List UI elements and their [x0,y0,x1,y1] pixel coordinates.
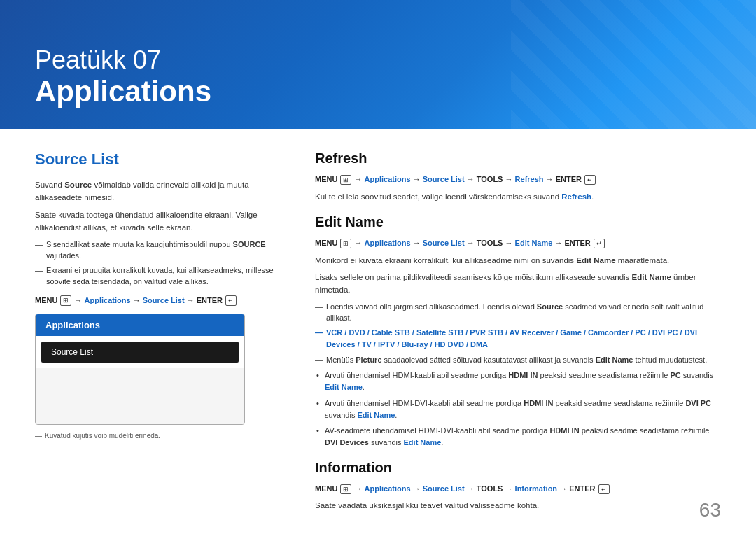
edit-note-devices: VCR / DVD / Cable STB / Satellite STB / … [315,327,721,351]
edit-name-section: Edit Name MENU ⊞ → Applications → Source… [315,214,721,449]
app-ui-mockup: Applications Source List [35,314,245,425]
source-list-title: Source List [35,150,287,169]
refresh-section: Refresh MENU ⊞ → Applications → Source L… [315,150,721,203]
information-section: Information MENU ⊞ → Applications → Sour… [315,460,721,512]
left-column: Source List Suvand Source võimaldab vali… [35,150,287,520]
edit-name-body2: Lisaks sellele on parima pildikvaliteedi… [315,271,721,297]
bullet-2: Arvuti ühendamisel HDMI-DVI-kaabli abil … [315,398,721,421]
mockup-spacer [36,368,244,424]
information-body: Saate vaadata üksikasjalikku teavet vali… [315,499,721,512]
information-title: Information [315,460,721,476]
app-name-label: Applications [35,75,211,108]
edit-note-1: Loendis võivad olla järgmised allikasead… [315,301,721,324]
note-1: Sisendallikat saate muuta ka kaugjuhtimi… [35,239,287,262]
edit-name-body1: Mõnikord ei kuvata ekraani korralikult, … [315,254,721,267]
refresh-body: Kui te ei leia soovitud seadet, valige l… [315,190,721,203]
edit-note-2: Menüüs Picture saadaolevad sätted sõltuv… [315,354,721,366]
bullet-3: AV-seadmete ühendamisel HDMI-DVI-kaabli … [315,425,721,449]
intro-text-2: Saate kuvada tootega ühendatud allikaloe… [35,209,287,234]
caption-text: Kuvatud kujutis võib mudeliti erineda. [35,432,287,440]
mockup-header: Applications [36,314,244,336]
refresh-title: Refresh [315,150,721,167]
page-header: Peatükk 07 Applications [0,0,756,129]
menu-path-left: MENU ⊞ → Applications → Source List → EN… [35,295,287,307]
edit-name-title: Edit Name [315,214,721,230]
information-menu-path: MENU ⊞ → Applications → Source List → TO… [315,483,721,496]
chapter-label: Peatükk 07 [35,45,211,74]
right-column: Refresh MENU ⊞ → Applications → Source L… [315,150,721,520]
refresh-menu-path: MENU ⊞ → Applications → Source List → TO… [315,174,721,186]
header-title-block: Peatükk 07 Applications [35,45,211,108]
source-list-section: Source List Suvand Source võimaldab vali… [35,150,287,440]
page-number: 63 [699,499,721,521]
intro-text-1: Suvand Source võimaldab valida erinevaid… [35,178,287,204]
note-2: Ekraani ei pruugita korralikult kuvada, … [35,265,287,288]
bullet-1: Arvuti ühendamisel HDMI-kaabli abil sead… [315,370,721,393]
mockup-source-list-item: Source List [41,342,239,363]
edit-name-menu-path: MENU ⊞ → Applications → Source List → TO… [315,237,721,250]
main-content: Source List Suvand Source võimaldab vali… [0,129,756,534]
